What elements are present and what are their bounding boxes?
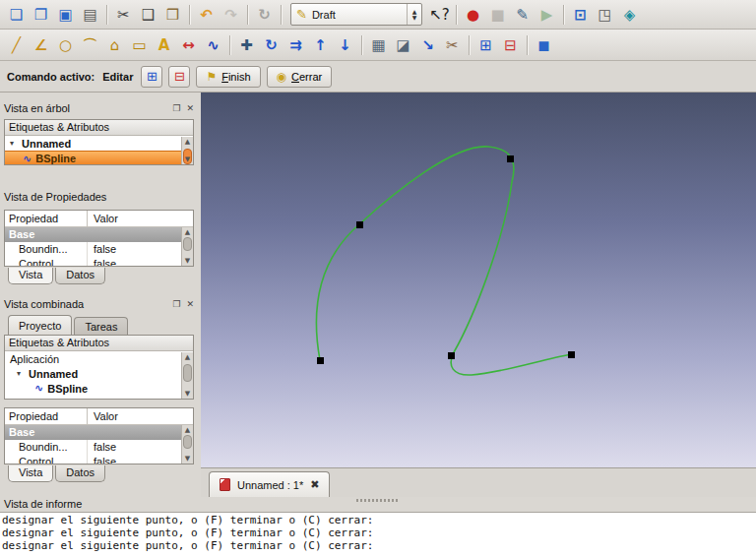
workbench-selector[interactable]: ✎ Draft ▲ ▼ bbox=[290, 3, 422, 26]
draft-shape2dview-button[interactable]: ◪ bbox=[391, 33, 415, 57]
macro-record-button[interactable]: ● bbox=[461, 3, 485, 27]
draft-snap-grid-button[interactable]: ▦ bbox=[366, 33, 391, 57]
scroll-up-icon[interactable]: ▲ bbox=[182, 138, 193, 146]
finish-button[interactable]: ⚑ Finish bbox=[196, 66, 260, 88]
save-document-button[interactable]: ▣ bbox=[53, 3, 78, 27]
scroll-down-icon[interactable]: ▼ bbox=[182, 257, 193, 265]
tab-proyecto[interactable]: Proyecto bbox=[8, 315, 72, 335]
control-point[interactable] bbox=[448, 352, 455, 359]
print-button[interactable]: ▤ bbox=[78, 3, 102, 27]
scroll-up-icon[interactable]: ▲ bbox=[182, 426, 193, 434]
control-point[interactable] bbox=[356, 221, 363, 228]
draft-downgrade-button[interactable]: ↓ bbox=[333, 33, 357, 57]
viewport-3d[interactable] bbox=[201, 93, 756, 467]
scrollbar-thumb[interactable] bbox=[183, 364, 192, 382]
draft-trimex-button[interactable]: ✂ bbox=[440, 33, 465, 57]
draft-upgrade-button[interactable]: ↑ bbox=[308, 33, 333, 57]
splitter-handle[interactable] bbox=[356, 499, 400, 502]
view-fit-button[interactable]: ⊡ bbox=[568, 3, 593, 27]
draft-line-button[interactable]: ╱ bbox=[4, 33, 29, 57]
scroll-down-icon[interactable]: ▼ bbox=[182, 455, 193, 463]
property-row[interactable]: Control...false bbox=[5, 257, 193, 267]
draw-style-button[interactable]: ◳ bbox=[593, 3, 617, 27]
new-document-button[interactable]: ❏ bbox=[4, 3, 29, 27]
float-panel-icon[interactable]: ❐ bbox=[172, 299, 180, 309]
workbench-spinner[interactable]: ▲ ▼ bbox=[407, 4, 421, 25]
cut-button[interactable]: ✂ bbox=[111, 3, 136, 27]
control-point[interactable] bbox=[568, 351, 575, 358]
tab-tareas[interactable]: Tareas bbox=[74, 317, 128, 335]
float-panel-icon[interactable]: ❐ bbox=[172, 103, 180, 113]
tab-vista[interactable]: Vista bbox=[8, 268, 53, 284]
tree-item-unnamed[interactable]: ▾ Unnamed bbox=[5, 366, 193, 381]
paste-button[interactable]: ❒ bbox=[160, 3, 185, 27]
draft-select-plane-button[interactable]: ◼ bbox=[532, 33, 556, 57]
edit-add-point-button[interactable]: ⊞ bbox=[141, 66, 162, 88]
draft-scale-button[interactable]: ↘ bbox=[415, 33, 440, 57]
control-point[interactable] bbox=[507, 155, 514, 162]
draft-dimension-button[interactable]: ↔ bbox=[176, 33, 201, 57]
tree-view-panel-title: Vista en árbol ❐ ✕ bbox=[0, 100, 201, 115]
tree-item-application[interactable]: Aplicación bbox=[5, 351, 193, 366]
property-group-base[interactable]: Base bbox=[5, 425, 193, 440]
property-scrollbar[interactable]: ▲ ▼ bbox=[181, 227, 193, 266]
property-row[interactable]: Boundin...false bbox=[5, 242, 193, 257]
report-view-log[interactable]: designar el siguiente punto, o (F) termi… bbox=[0, 512, 756, 557]
tree-item-unnamed[interactable]: ▾ Unnamed bbox=[5, 136, 193, 151]
tab-datos[interactable]: Datos bbox=[55, 465, 105, 482]
draft-rotate-button[interactable]: ↻ bbox=[259, 33, 284, 57]
property-group-base[interactable]: Base bbox=[5, 227, 193, 242]
draft-bspline-button[interactable]: ∿ bbox=[201, 33, 225, 57]
axonometric-view-button[interactable]: ◈ bbox=[617, 3, 642, 27]
draft-circle-button[interactable]: ○ bbox=[53, 33, 78, 57]
property-row[interactable]: Boundin...false bbox=[5, 440, 193, 455]
draft-arc-button[interactable]: ⌒ bbox=[78, 33, 102, 57]
draft-text-button[interactable]: A bbox=[152, 33, 176, 57]
close-panel-icon[interactable]: ✕ bbox=[186, 103, 194, 113]
close-panel-icon[interactable]: ✕ bbox=[186, 299, 194, 309]
close-lock-icon: ◉ bbox=[277, 70, 286, 84]
edit-delete-point-button[interactable]: ⊟ bbox=[168, 66, 190, 88]
tab-datos[interactable]: Datos bbox=[55, 268, 105, 284]
scroll-down-icon[interactable]: ▼ bbox=[182, 390, 193, 398]
tree-item-bspline[interactable]: ∿ BSpline bbox=[5, 381, 193, 396]
draft-move-button[interactable]: ✚ bbox=[234, 33, 259, 57]
copy-button[interactable]: ❑ bbox=[136, 3, 160, 27]
tree-scrollbar[interactable]: ▲ ▼ bbox=[181, 352, 193, 399]
draft-rectangle-button[interactable]: ▭ bbox=[127, 33, 152, 57]
scrollbar-thumb[interactable] bbox=[183, 237, 192, 251]
document-tab[interactable]: Unnamed : 1* ✖ bbox=[209, 471, 330, 497]
tree-column-header: Etiquetas & Atributos bbox=[5, 120, 193, 136]
refresh-button[interactable]: ↻ bbox=[252, 3, 277, 27]
control-point[interactable] bbox=[317, 357, 324, 364]
expand-arrow-icon[interactable]: ▾ bbox=[10, 139, 18, 148]
property-scrollbar[interactable]: ▲ ▼ bbox=[181, 425, 193, 464]
scroll-up-icon[interactable]: ▲ bbox=[182, 228, 193, 236]
close-button[interactable]: ◉ Cerrar bbox=[267, 66, 333, 88]
finish-label: Finish bbox=[221, 71, 250, 83]
tab-close-icon[interactable]: ✖ bbox=[310, 478, 319, 491]
macro-execute-button[interactable]: ▶ bbox=[535, 3, 559, 27]
spin-down-icon[interactable]: ▼ bbox=[412, 15, 417, 21]
scrollbar-thumb[interactable] bbox=[183, 435, 192, 449]
scroll-down-icon[interactable]: ▼ bbox=[182, 155, 193, 163]
draft-wire-button[interactable]: ∠ bbox=[29, 33, 53, 57]
draft-offset-button[interactable]: ⇉ bbox=[284, 33, 308, 57]
draft-polygon-button[interactable]: ⌂ bbox=[102, 33, 127, 57]
tab-vista[interactable]: Vista bbox=[8, 465, 53, 482]
property-row[interactable]: Control...false bbox=[5, 455, 193, 464]
whats-this-button[interactable]: ↖? bbox=[427, 3, 452, 27]
open-document-button[interactable]: ❐ bbox=[29, 3, 53, 27]
undo-button[interactable]: ↶ bbox=[194, 3, 219, 27]
tree-item-bspline[interactable]: ∿ BSpline bbox=[5, 151, 193, 165]
macro-edit-button[interactable]: ✎ bbox=[510, 3, 535, 27]
application-label: Aplicación bbox=[10, 353, 59, 365]
draft-add-point-button[interactable]: ⊞ bbox=[473, 33, 498, 57]
scroll-up-icon[interactable]: ▲ bbox=[182, 353, 193, 361]
combined-property-view: Propiedad Valor Base Boundin...falseCont… bbox=[4, 407, 194, 464]
tree-scrollbar[interactable]: ▲ ▼ bbox=[181, 137, 193, 164]
expand-arrow-icon[interactable]: ▾ bbox=[17, 369, 25, 378]
redo-button[interactable]: ↷ bbox=[219, 3, 243, 27]
macro-stop-button[interactable]: ■ bbox=[485, 3, 510, 27]
draft-delete-point-button[interactable]: ⊟ bbox=[498, 33, 523, 57]
